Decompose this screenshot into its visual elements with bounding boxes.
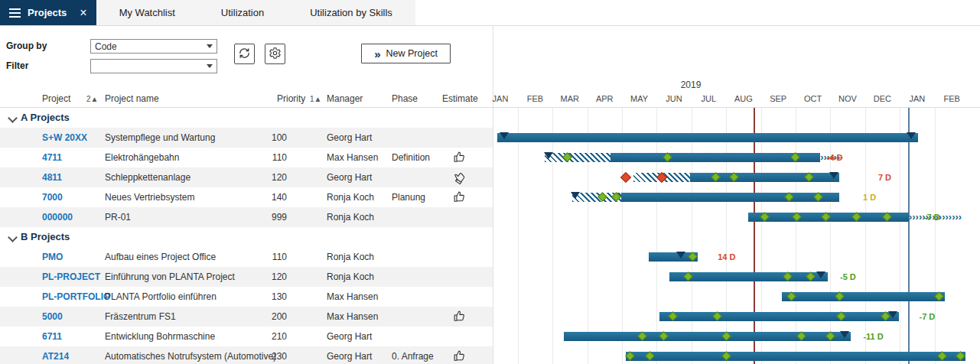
- gantt-grid-line: [865, 108, 866, 364]
- priority-value: 200: [230, 307, 287, 327]
- project-code-link[interactable]: 4711: [42, 148, 62, 167]
- close-tab-icon[interactable]: ×: [80, 7, 86, 19]
- project-code-link[interactable]: 4811: [42, 167, 62, 187]
- gantt-bar-solid[interactable]: [564, 332, 851, 341]
- column-header-priority[interactable]: Priority: [277, 93, 305, 104]
- chevron-down-icon[interactable]: [8, 113, 18, 123]
- table-row[interactable]: 4811Schleppkettenanlage120Georg Hart: [0, 167, 493, 187]
- thumbs-up-icon[interactable]: [453, 190, 467, 204]
- manager-name: Ronja Koch: [327, 267, 374, 287]
- project-code-link[interactable]: 6711: [42, 327, 62, 346]
- tab-utilization-by-skills[interactable]: Utilization by Skills: [287, 0, 415, 25]
- group-row[interactable]: B Projects: [0, 227, 493, 247]
- tab-projects[interactable]: Projects ×: [0, 0, 96, 25]
- column-header-project[interactable]: Project: [42, 93, 70, 104]
- gantt-grid-line: [622, 108, 623, 364]
- project-code-link[interactable]: 000000: [42, 207, 73, 227]
- priority-value: 110: [230, 148, 287, 167]
- schedule-marker-triangle: [544, 152, 553, 159]
- column-header-phase[interactable]: Phase: [392, 93, 418, 104]
- priority-value: 120: [230, 267, 287, 287]
- gantt-year-label: 2019: [668, 80, 714, 90]
- column-header-manager[interactable]: Manager: [327, 93, 363, 104]
- project-name: Einführung von PLANTA Project: [105, 267, 235, 287]
- schedule-marker-triangle: [500, 132, 509, 139]
- manager-name: Max Hansen: [327, 287, 378, 307]
- group-by-select[interactable]: Code: [90, 39, 217, 54]
- gantt-bar-solid[interactable]: [610, 153, 820, 162]
- priority-value: 130: [230, 287, 287, 307]
- deviation-label: -7 D: [924, 212, 940, 223]
- chevron-down-icon[interactable]: [8, 232, 18, 242]
- filter-select[interactable]: [90, 59, 217, 73]
- deviation-label: 7 D: [878, 172, 891, 183]
- gantt-bar-solid[interactable]: [497, 133, 918, 142]
- project-code-link[interactable]: PMO: [42, 247, 63, 267]
- project-name: Neues Vertriebsystem: [105, 187, 194, 207]
- project-code-link[interactable]: 5000: [42, 307, 63, 327]
- project-code-link[interactable]: PL-PORTFOLIO: [42, 287, 110, 307]
- table-row[interactable]: PL-PORTFOLIOPLANTA Portfolio einführen13…: [0, 287, 493, 307]
- group-row[interactable]: A Projects: [0, 108, 493, 128]
- table-row[interactable]: 5000Fräszentrum FS1200Max Hansen: [0, 307, 493, 327]
- thumbs-up-icon[interactable]: [453, 349, 467, 363]
- table-row[interactable]: AT214Automatisches Notrufsystem (Automot…: [0, 346, 493, 364]
- column-header-estimate[interactable]: Estimate: [442, 93, 478, 104]
- gantt-grid-line: [726, 108, 727, 364]
- month-label: AUG: [726, 94, 761, 103]
- manager-name: Max Hansen: [327, 307, 378, 327]
- menu-icon[interactable]: [9, 8, 21, 18]
- filter-label: Filter: [6, 59, 28, 73]
- thumbs-up-icon[interactable]: [453, 151, 467, 164]
- gantt-chart: 2019 JANFEBMARAPRMAYJUNJULAUGSEPOCTNOVDE…: [493, 76, 980, 364]
- project-code-link[interactable]: AT214: [42, 346, 69, 364]
- schedule-marker-triangle: [829, 172, 838, 179]
- tab-my-watchlist[interactable]: My Watchlist: [96, 0, 198, 25]
- thumb-sideways-icon[interactable]: [450, 167, 469, 187]
- gantt-bar-solid[interactable]: [626, 352, 965, 361]
- schedule-marker-triangle: [816, 271, 825, 278]
- gantt-grid-line: [692, 108, 692, 364]
- month-label: NOV: [830, 94, 865, 103]
- thumbs-up-icon[interactable]: [453, 310, 467, 323]
- table-row[interactable]: S+W 20XXSystempflege und Wartung100Georg…: [0, 128, 493, 148]
- project-code-link[interactable]: 7000: [42, 187, 63, 207]
- table-row[interactable]: PMOAufbau eines Project Office110Ronja K…: [0, 247, 493, 267]
- new-project-button[interactable]: » New Project: [361, 44, 451, 63]
- gantt-grid-line: [552, 108, 553, 364]
- gantt-bar-hatch[interactable]: [545, 153, 610, 162]
- manager-name: Georg Hart: [327, 346, 372, 364]
- project-code-link[interactable]: S+W 20XX: [42, 128, 87, 148]
- priority-value: 120: [230, 167, 287, 187]
- gantt-bar-solid[interactable]: [669, 272, 828, 281]
- settings-button[interactable]: [265, 44, 285, 64]
- refresh-icon: [238, 47, 251, 62]
- tab-utilization[interactable]: Utilization: [198, 0, 287, 25]
- group-by-value: Code: [95, 41, 117, 52]
- gantt-body: ››››››-4 D7 D1 D››››››››››››››››-7 D14 D…: [493, 108, 980, 364]
- table-row[interactable]: PL-PROJECTEinführung von PLANTA Project1…: [0, 267, 493, 287]
- month-label: FEB: [517, 94, 552, 103]
- gantt-grid-line: [935, 108, 936, 364]
- table-row[interactable]: 4711Elektrohängebahn110Max HansenDefinit…: [0, 148, 493, 167]
- gantt-bar-solid[interactable]: [621, 193, 839, 202]
- gantt-grid-line: [796, 108, 796, 364]
- month-label: MAY: [622, 94, 657, 103]
- sort-indicator-project[interactable]: 2▲: [86, 95, 98, 103]
- table-row[interactable]: 000000PR-01999Ronja Koch: [0, 207, 493, 227]
- month-label: JUL: [691, 94, 726, 103]
- group-by-label: Group by: [6, 39, 47, 54]
- sort-indicator-priority[interactable]: 1▲: [310, 95, 321, 103]
- table-row[interactable]: 7000Neues Vertriebsystem140Ronja KochPla…: [0, 187, 493, 207]
- new-project-label: New Project: [386, 48, 437, 59]
- gantt-bar-solid[interactable]: [782, 292, 945, 301]
- month-label: APR: [587, 94, 622, 103]
- gantt-bar-solid[interactable]: [659, 312, 899, 321]
- deviation-label: -11 D: [863, 331, 883, 342]
- refresh-button[interactable]: [234, 44, 255, 64]
- manager-name: Georg Hart: [327, 167, 372, 187]
- table-row[interactable]: 6711Entwicklung Bohrmaschine210Georg Har…: [0, 327, 493, 346]
- project-code-link[interactable]: PL-PROJECT: [42, 267, 100, 287]
- manager-name: Georg Hart: [327, 327, 372, 346]
- column-header-name[interactable]: Project name: [105, 93, 159, 104]
